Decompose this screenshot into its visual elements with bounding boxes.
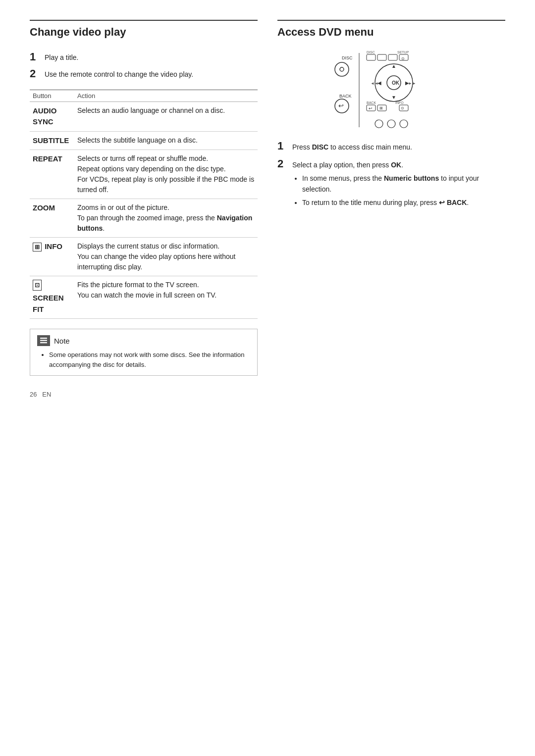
bullet-back: To return to the title menu during play,… <box>302 197 505 208</box>
table-row: REPEAT Selects or turns off repeat or sh… <box>30 150 258 199</box>
svg-rect-1 <box>40 340 47 341</box>
action-zoom: Zooms in or out of the picture. To pan t… <box>74 199 258 238</box>
svg-text:OK: OK <box>392 80 400 86</box>
action-subtitle: Selects the subtitle language on a disc. <box>74 131 258 150</box>
table-row: AUDIOSYNC Selects an audio language or c… <box>30 101 258 131</box>
step-2: 2 Use the remote control to change the v… <box>30 67 258 80</box>
svg-text:⊙: ⊙ <box>401 56 405 61</box>
table-row: ⊞ INFO Displays the current status or di… <box>30 238 258 276</box>
step-1-number: 1 <box>30 50 45 63</box>
page-footer: 26 EN <box>30 391 505 398</box>
info-icon: ⊞ <box>33 243 42 252</box>
step-1-text: Play a title. <box>45 50 78 63</box>
svg-text:DISC: DISC <box>342 55 353 60</box>
page-lang: EN <box>42 391 51 398</box>
svg-text:▲: ▲ <box>391 63 396 69</box>
note-content: Some operations may not work with some d… <box>37 350 250 369</box>
screen-fit-icon: ⊡ <box>33 280 42 291</box>
svg-rect-2 <box>40 342 47 343</box>
button-info: ⊞ INFO <box>30 238 74 276</box>
left-column: Change video play 1 Play a title. 2 Use … <box>30 20 258 376</box>
action-repeat: Selects or turns off repeat or shuffle m… <box>74 150 258 199</box>
svg-text:◄◄: ◄◄ <box>371 81 378 86</box>
right-step-1-content: Press DISC to access disc main menu. <box>292 140 412 152</box>
svg-text:▼: ▼ <box>391 95 396 100</box>
action-info: Displays the current status or disc info… <box>74 238 258 276</box>
svg-text:INFO: INFO <box>395 101 404 104</box>
step-2-number: 2 <box>30 67 45 80</box>
table-header-button: Button <box>30 90 74 101</box>
action-screen-fit: Fits the picture format to the TV screen… <box>74 276 258 319</box>
table-row: ⊡ SCREENFIT Fits the picture format to t… <box>30 276 258 319</box>
note-header: Note <box>37 335 250 346</box>
button-action-table: Button Action AUDIOSYNC Selects an audio… <box>30 90 258 319</box>
bullet-numeric-buttons: In some menus, press the Numeric buttons… <box>302 173 505 195</box>
right-title: Access DVD menu <box>277 20 505 43</box>
button-audio-sync: AUDIOSYNC <box>30 101 74 131</box>
note-box: Note Some operations may not work with s… <box>30 329 258 376</box>
svg-text:DISC: DISC <box>367 50 375 54</box>
button-zoom: ZOOM <box>30 199 74 238</box>
svg-text:↩: ↩ <box>369 106 373 111</box>
table-header-action: Action <box>74 90 258 101</box>
step-1: 1 Play a title. <box>30 50 258 63</box>
page-number: 26 <box>30 391 37 398</box>
svg-text:►►: ►► <box>408 81 416 86</box>
left-title: Change video play <box>30 20 258 43</box>
svg-text:BACK: BACK <box>367 101 376 104</box>
right-step-2-number: 2 <box>277 157 292 170</box>
right-step-1-number: 1 <box>277 140 292 152</box>
note-icon <box>37 335 50 346</box>
right-step-1: 1 Press DISC to access disc main menu. <box>277 140 505 152</box>
change-video-steps: 1 Play a title. 2 Use the remote control… <box>30 50 258 81</box>
svg-text:·: · <box>375 73 376 77</box>
svg-text:BACK: BACK <box>339 94 352 99</box>
table-row: SUBTITLE Selects the subtitle language o… <box>30 131 258 150</box>
right-column: Access DVD menu DISC ⊙ <box>277 20 505 376</box>
table-row: ZOOM Zooms in or out of the picture. To … <box>30 199 258 238</box>
right-steps: 1 Press DISC to access disc main menu. 2… <box>277 140 505 210</box>
svg-text:⊞: ⊞ <box>379 106 383 110</box>
button-repeat: REPEAT <box>30 150 74 199</box>
button-screen-fit: ⊡ SCREENFIT <box>30 276 74 319</box>
right-step-2-bullets: In some menus, press the Numeric buttons… <box>292 173 505 208</box>
note-title: Note <box>54 337 70 345</box>
svg-rect-0 <box>40 338 47 339</box>
right-step-2: 2 Select a play option, then press OK. I… <box>277 157 505 210</box>
svg-text:↩: ↩ <box>338 102 344 109</box>
note-item: Some operations may not work with some d… <box>49 350 250 369</box>
svg-text:·: · <box>410 73 411 77</box>
right-step-2-content: Select a play option, then press OK. In … <box>292 157 505 210</box>
svg-text:⊙: ⊙ <box>401 106 404 110</box>
action-audio-sync: Selects an audio language or channel on … <box>74 101 258 131</box>
dvd-diagram: DISC ⊙ DISC SETUP <box>277 50 505 130</box>
remote-diagram-svg: DISC ⊙ DISC SETUP <box>322 50 461 130</box>
step-2-text: Use the remote control to change the vid… <box>45 67 193 80</box>
svg-text:SETUP: SETUP <box>397 50 409 54</box>
button-subtitle: SUBTITLE <box>30 131 74 150</box>
